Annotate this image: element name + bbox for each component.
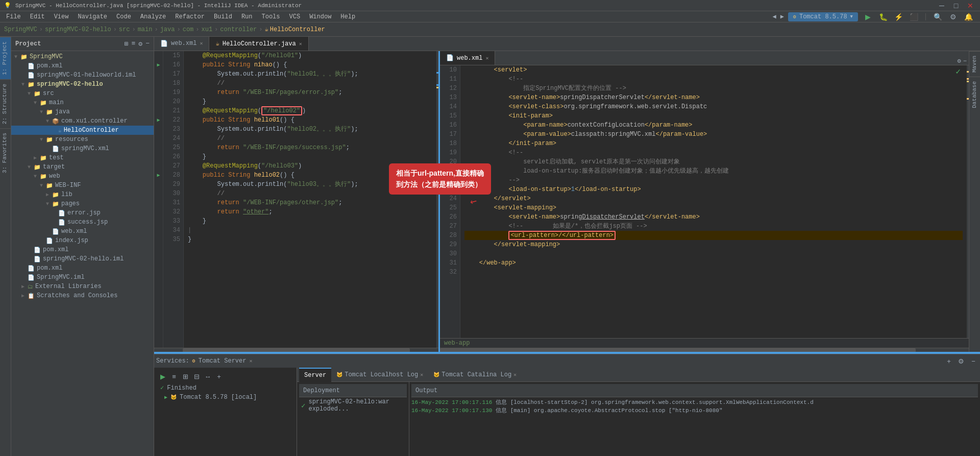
tree-item-lib[interactable]: ▶ 📁 lib [11, 190, 154, 199]
tree-item-errorjsp[interactable]: 📄 error.jsp [11, 208, 154, 218]
run-with-coverage-btn[interactable]: ⚡ [893, 11, 904, 22]
tree-item-pom-root[interactable]: 📄 pom.xml [11, 263, 154, 273]
maximize-btn[interactable]: □ [950, 0, 962, 11]
app-menu-refactor[interactable]: Refactor [171, 12, 209, 21]
tree-item-iml1[interactable]: 📄 springMVC-01-helloworld.iml [11, 70, 154, 80]
xml-editor-hide[interactable]: − [963, 58, 967, 65]
tree-item-webinf[interactable]: ▼ 📁 WEB-INF [11, 181, 154, 190]
java-hscrollbar[interactable] [154, 348, 438, 352]
xml-code-lines[interactable]: <servlet> <!-- 指定SpringMVC配置文件的位置 --> <s [460, 65, 967, 338]
breadcrumb-springmvc[interactable]: SpringMVC [4, 26, 37, 33]
tomcat-tab-close[interactable]: ✕ [249, 358, 252, 364]
tree-item-indexjsp[interactable]: 📄 index.jsp [11, 236, 154, 245]
tree-item-pom1[interactable]: 📄 pom.xml [11, 61, 154, 70]
debug-btn[interactable]: 🐛 [877, 11, 889, 22]
tree-item-pom2[interactable]: 📄 pom.xml [11, 245, 154, 254]
tab-hellocontroller[interactable]: ☕ HelloController.java ✕ [209, 37, 308, 51]
services-add-btn[interactable]: + [944, 356, 953, 366]
tree-item-src[interactable]: ▼ 📁 src [11, 89, 154, 98]
tab-webxml-left[interactable]: 📄 web.xml ✕ [154, 37, 209, 51]
breadcrumb-main[interactable]: main [138, 26, 153, 33]
tab-structure[interactable]: 2: Structure [0, 79, 11, 128]
tree-item-project02[interactable]: ▼ 📁 springMVC-02-hello [11, 80, 154, 89]
tree-item-target[interactable]: ▼ 📁 target [11, 162, 154, 172]
settings-icon[interactable]: ⚙ [138, 40, 142, 48]
close-btn[interactable]: ✕ [965, 0, 976, 11]
tree-item-resources[interactable]: ▼ 📁 resources [11, 135, 154, 144]
nav-back-btn[interactable]: ◀ [772, 13, 776, 20]
xml-editor-settings[interactable]: ⚙ [958, 57, 961, 65]
stop-btn[interactable]: ⬛ [908, 11, 919, 22]
tree-item-test[interactable]: ▶ 📁 test [11, 153, 154, 162]
app-menu-analyze[interactable]: Analyze [136, 12, 170, 21]
bottom-tab-server[interactable]: Server [299, 368, 331, 382]
app-menu-tools[interactable]: Tools [258, 12, 284, 21]
align-btn[interactable]: ≡ [169, 372, 179, 381]
breadcrumb-xu1[interactable]: xu1 [202, 26, 213, 33]
breadcrumb-com[interactable]: com [183, 26, 194, 33]
tree-item-webxml[interactable]: 📄 web.xml [11, 227, 154, 236]
tree-item-springmvciml[interactable]: 📄 SpringMVC.iml [11, 273, 154, 282]
update-btn[interactable]: 🔔 [963, 11, 974, 22]
app-menu-help[interactable]: Help [336, 12, 359, 21]
tab-webxml-right-close[interactable]: ✕ [485, 55, 488, 61]
search-everywhere-btn[interactable]: 🔍 [932, 11, 943, 22]
app-menu-view[interactable]: View [50, 12, 73, 21]
tree-item-ext-libs[interactable]: ▶ 🗂 External Libraries [11, 282, 154, 291]
collapse-icon[interactable]: ≡ [132, 40, 136, 48]
tree-item-pages[interactable]: ▼ 📁 pages [11, 199, 154, 208]
filter-btn[interactable]: ⊟ [192, 372, 201, 381]
tab-webxml-right[interactable]: 📄 web.xml ✕ [440, 51, 495, 65]
tree-item-java[interactable]: ▼ 📁 java [11, 107, 154, 116]
external-icon[interactable]: ⊞ [125, 40, 129, 48]
services-hide-btn[interactable]: − [969, 356, 978, 366]
app-menu-edit[interactable]: Edit [26, 12, 49, 21]
xml-hscrollbar[interactable] [440, 348, 969, 352]
gutter-run-28[interactable]: ▶ [154, 171, 163, 180]
localhost-log-close[interactable]: ✕ [420, 372, 423, 378]
tree-item-iml2[interactable]: 📄 springMVC-02-hello.iml [11, 254, 154, 263]
bottom-tab-catalina-log[interactable]: 🐱 Tomcat Catalina Log ✕ [428, 368, 522, 382]
breadcrumb-java[interactable]: java [160, 26, 175, 33]
tree-item-successjsp[interactable]: 📄 success.jsp [11, 218, 154, 227]
gutter-run-16[interactable]: ▶ [154, 60, 163, 69]
tree-item-hellocontroller[interactable]: ☕ HelloController [11, 126, 154, 135]
tree-item-springmvc[interactable]: ▼ 📁 SpringMVC [11, 52, 154, 61]
app-menu-file[interactable]: File [2, 12, 25, 21]
app-menu-vcs[interactable]: VCS [285, 12, 305, 21]
settings-btn[interactable]: ⚙ [947, 11, 959, 22]
breadcrumb-project[interactable]: springMVC-02-hello [45, 26, 111, 33]
tree-item-web[interactable]: ▼ 📁 web [11, 172, 154, 181]
run-config-selector[interactable]: ⚙ Tomcat 8.5.78 ▼ [788, 12, 858, 21]
tab-webxml-close[interactable]: ✕ [200, 40, 203, 46]
tab-project[interactable]: 1: Project [0, 37, 11, 79]
gutter-run-22[interactable]: ▶ [154, 115, 163, 125]
minimize-btn[interactable]: ─ [936, 0, 947, 11]
app-menu-window[interactable]: Window [305, 12, 335, 21]
tree-item-scratches[interactable]: ▶ 📋 Scratches and Consoles [11, 291, 154, 300]
deployment-item[interactable]: ✓ springMVC-02-hello:war exploded... [299, 397, 407, 414]
bottom-tab-localhost-log[interactable]: 🐱 Tomcat Localhost Log ✕ [331, 368, 428, 382]
app-menu-code[interactable]: Code [112, 12, 135, 21]
tomcat-instance-item[interactable]: ▶ 🐱 Tomcat 8.5.78 [local] [156, 393, 295, 402]
breadcrumb-controller[interactable]: controller [220, 26, 257, 33]
tree-item-main[interactable]: ▼ 📁 main [11, 98, 154, 107]
services-settings-btn[interactable]: ⚙ [957, 356, 966, 366]
start-btn[interactable]: ▶ [158, 372, 167, 381]
java-code-lines[interactable]: @RequestMapping("/hello01") public Strin… [184, 51, 436, 348]
tab-favorites[interactable]: 3: Favorites [0, 128, 11, 177]
app-menu-build[interactable]: Build [210, 12, 236, 21]
catalina-log-close[interactable]: ✕ [513, 372, 517, 378]
add-service-btn[interactable]: + [214, 372, 224, 381]
side-tab-maven[interactable]: Maven [969, 51, 980, 77]
tree-item-package[interactable]: ▼ 📦 com.xu1.controller [11, 116, 154, 126]
scroll-btn[interactable]: ↔ [203, 372, 212, 381]
breadcrumb-hellocontroller[interactable]: ☕HelloController [265, 26, 325, 33]
nav-forward-btn[interactable]: ▶ [780, 13, 784, 20]
tree-item-springmvcxml[interactable]: 📄 springMVC.xml [11, 144, 154, 153]
breadcrumb-src[interactable]: src [119, 26, 130, 33]
group-btn[interactable]: ⊞ [181, 372, 190, 381]
hide-icon[interactable]: − [145, 40, 150, 48]
tab-hellocontroller-close[interactable]: ✕ [299, 41, 302, 47]
app-menu-navigate[interactable]: Navigate [74, 12, 111, 21]
